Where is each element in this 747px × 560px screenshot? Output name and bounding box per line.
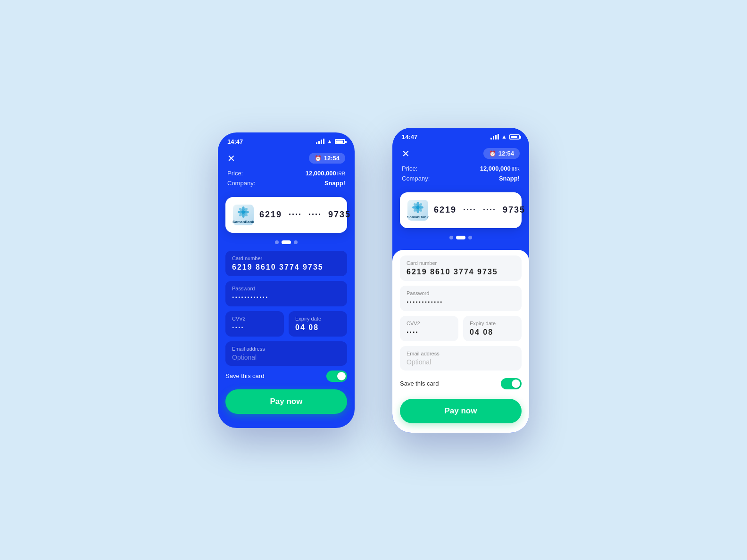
card-number-display-2: 6219 ···· ···· 9735 bbox=[434, 205, 525, 215]
price-row-2: Price: 12,000,000IRR bbox=[402, 165, 520, 172]
scene: 14:47 ▲ ✕ ⏰ 12:54 bbox=[218, 128, 529, 433]
cvv-expiry-row-2: CVV2 ···· Expiry date 04 08 bbox=[400, 316, 522, 341]
status-bar-2: 14:47 ▲ bbox=[392, 128, 529, 144]
company-value-2: Snapp! bbox=[499, 175, 520, 182]
bank-logo-1: SamanBank bbox=[233, 205, 254, 225]
timer-value-1: 12:54 bbox=[324, 155, 340, 162]
password-field-2[interactable]: Password ············ bbox=[400, 286, 522, 311]
bank-name-1: SamanBank bbox=[232, 220, 254, 224]
email-field-2[interactable]: Email address Optional bbox=[400, 346, 522, 371]
cvv-expiry-row-1: CVV2 ···· Expiry date 04 08 bbox=[225, 311, 347, 337]
email-placeholder-1: Optional bbox=[232, 354, 340, 361]
timer-badge-1: ⏰ 12:54 bbox=[309, 153, 345, 164]
cvv-value-1: ···· bbox=[232, 323, 277, 332]
dot-2-active bbox=[282, 240, 291, 244]
card-display-1: SamanBank 6219 ···· ···· 9735 bbox=[225, 197, 347, 233]
timer-value-2: 12:54 bbox=[498, 150, 514, 157]
close-button-2[interactable]: ✕ bbox=[402, 148, 410, 159]
wifi-icon-2: ▲ bbox=[501, 133, 507, 140]
header-bar-1: ✕ ⏰ 12:54 bbox=[218, 149, 355, 170]
cvv-field-2[interactable]: CVV2 ···· bbox=[400, 316, 458, 341]
dot-1 bbox=[275, 240, 279, 244]
dot-3 bbox=[294, 240, 298, 244]
company-value-1: Snapp! bbox=[324, 180, 345, 187]
save-card-label-2: Save this card bbox=[400, 380, 439, 387]
clock-icon-1: ⏰ bbox=[315, 155, 322, 162]
password-label-1: Password bbox=[232, 286, 340, 291]
close-button-1[interactable]: ✕ bbox=[227, 153, 235, 164]
save-card-toggle-1[interactable] bbox=[326, 371, 347, 382]
expiry-label-1: Expiry date bbox=[295, 316, 340, 321]
dot-2-3 bbox=[468, 236, 472, 239]
bank-name-2: SamanBank bbox=[407, 215, 429, 219]
form-dark-1: Card number 6219 8610 3774 9735 Password… bbox=[218, 251, 355, 366]
card-number-field-1[interactable]: Card number 6219 8610 3774 9735 bbox=[225, 251, 347, 276]
expiry-value-1: 04 08 bbox=[295, 323, 340, 332]
email-field-1[interactable]: Email address Optional bbox=[225, 341, 347, 366]
email-placeholder-2: Optional bbox=[407, 358, 515, 366]
expiry-field-1[interactable]: Expiry date 04 08 bbox=[289, 311, 347, 337]
price-info-1: Price: 12,000,000IRR Company: Snapp! bbox=[218, 170, 355, 197]
card-display-wrapper-2: SamanBank 6219 ···· ···· 9735 bbox=[392, 192, 529, 236]
cvv-label-2: CVV2 bbox=[407, 321, 452, 326]
save-card-label-1: Save this card bbox=[225, 372, 264, 379]
signal-icon-2 bbox=[490, 134, 499, 140]
expiry-field-2[interactable]: Expiry date 04 08 bbox=[463, 316, 522, 341]
card-number-field-2[interactable]: Card number 6219 8610 3774 9735 bbox=[400, 255, 522, 281]
status-bar-1: 14:47 ▲ bbox=[218, 132, 355, 149]
pay-button-1[interactable]: Pay now bbox=[225, 389, 347, 414]
battery-icon-2 bbox=[509, 134, 520, 140]
company-label-1: Company: bbox=[227, 180, 255, 187]
price-row-1: Price: 12,000,000IRR bbox=[227, 170, 345, 177]
price-value-1: 12,000,000IRR bbox=[306, 170, 345, 177]
bank-logo-2: SamanBank bbox=[407, 200, 428, 221]
password-label-2: Password bbox=[407, 290, 515, 296]
wifi-icon: ▲ bbox=[327, 138, 332, 145]
phone-2: 14:47 ▲ ✕ ⏰ bbox=[392, 128, 529, 433]
timer-badge-2: ⏰ 12:54 bbox=[483, 148, 520, 159]
clock-icon-2: ⏰ bbox=[489, 150, 496, 157]
cvv-value-2: ···· bbox=[407, 328, 452, 337]
battery-icon bbox=[335, 139, 345, 144]
card-number-value-2: 6219 8610 3774 9735 bbox=[407, 268, 515, 276]
card-number-label-1: Card number bbox=[232, 255, 340, 261]
email-label-2: Email address bbox=[407, 351, 515, 356]
cvv-label-1: CVV2 bbox=[232, 316, 277, 321]
card-display-2: SamanBank 6219 ···· ···· 9735 bbox=[400, 192, 522, 228]
header-bar-2: ✕ ⏰ 12:54 bbox=[392, 144, 529, 165]
price-label-1: Price: bbox=[227, 170, 243, 177]
password-field-1[interactable]: Password ············ bbox=[225, 281, 347, 306]
pagination-1 bbox=[218, 240, 355, 244]
time-2: 14:47 bbox=[402, 133, 417, 140]
dot-2-1 bbox=[449, 236, 453, 239]
status-icons-2: ▲ bbox=[490, 133, 520, 140]
signal-icon bbox=[316, 139, 324, 144]
time-1: 14:47 bbox=[227, 138, 243, 145]
pay-button-2[interactable]: Pay now bbox=[400, 399, 522, 423]
pagination-2 bbox=[392, 236, 529, 239]
card-number-label-2: Card number bbox=[407, 260, 515, 266]
save-card-toggle-2[interactable] bbox=[501, 378, 522, 389]
save-card-row-1: Save this card bbox=[218, 371, 355, 382]
expiry-label-2: Expiry date bbox=[470, 321, 515, 326]
password-value-1: ············ bbox=[232, 293, 340, 302]
dot-2-2-active bbox=[456, 236, 465, 239]
card-number-value-1: 6219 8610 3774 9735 bbox=[232, 263, 340, 272]
price-value-2: 12,000,000IRR bbox=[480, 165, 520, 172]
card-number-display-1: 6219 ···· ···· 9735 bbox=[259, 210, 351, 220]
phone2-form: Card number 6219 8610 3774 9735 Password… bbox=[392, 250, 529, 433]
company-row-2: Company: Snapp! bbox=[402, 175, 520, 182]
card-display-wrapper-1: SamanBank 6219 ···· ···· 9735 bbox=[218, 197, 355, 240]
password-value-2: ············ bbox=[407, 298, 515, 306]
company-label-2: Company: bbox=[402, 175, 430, 182]
save-card-row-2: Save this card bbox=[400, 375, 522, 392]
phone2-top: 14:47 ▲ ✕ ⏰ bbox=[392, 128, 529, 254]
cvv-field-1[interactable]: CVV2 ···· bbox=[225, 311, 284, 337]
price-info-2: Price: 12,000,000IRR Company: Snapp! bbox=[392, 165, 529, 192]
email-label-1: Email address bbox=[232, 346, 340, 352]
status-icons-1: ▲ bbox=[316, 138, 345, 145]
price-label-2: Price: bbox=[402, 165, 417, 172]
phone-1: 14:47 ▲ ✕ ⏰ 12:54 bbox=[218, 132, 355, 428]
expiry-value-2: 04 08 bbox=[470, 328, 515, 337]
company-row-1: Company: Snapp! bbox=[227, 180, 345, 187]
